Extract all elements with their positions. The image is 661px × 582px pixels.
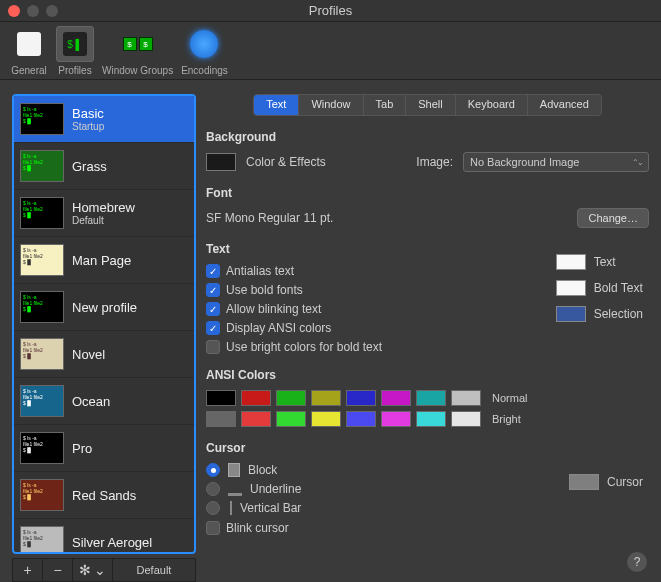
main-pane: TextWindowTabShellKeyboardAdvanced Backg… (206, 94, 649, 582)
color-effects-label: Color & Effects (246, 155, 326, 169)
change-font-button[interactable]: Change… (577, 208, 649, 228)
ansi-bright-4[interactable] (346, 411, 376, 427)
profile-thumbnail: $ ls -afile1 file2$ █ (20, 197, 64, 229)
titlebar: Profiles (0, 0, 661, 22)
add-profile-button[interactable]: + (13, 559, 43, 581)
profile-item-novel[interactable]: $ ls -afile1 file2$ █Novel (14, 331, 194, 378)
profile-thumbnail: $ ls -afile1 file2$ █ (20, 338, 64, 370)
profiles-list[interactable]: $ ls -afile1 file2$ █BasicStartup$ ls -a… (12, 94, 196, 554)
profile-thumbnail: $ ls -afile1 file2$ █ (20, 432, 64, 464)
ansi-bright-6[interactable] (416, 411, 446, 427)
profile-actions-menu[interactable]: ✻ ⌄ (73, 559, 113, 581)
ansi-normal-6[interactable] (416, 390, 446, 406)
zoom-window[interactable] (46, 5, 58, 17)
cursor-radio-block[interactable] (206, 463, 220, 477)
profile-thumbnail: $ ls -afile1 file2$ █ (20, 291, 64, 323)
profile-thumbnail: $ ls -afile1 file2$ █ (20, 385, 64, 417)
background-color-well[interactable] (206, 153, 236, 171)
selection-color-well[interactable] (556, 306, 586, 322)
blink-cursor-checkbox[interactable] (206, 521, 220, 535)
cursor-color-well[interactable] (569, 474, 599, 490)
close-window[interactable] (8, 5, 20, 17)
cursor-radio-underline[interactable] (206, 482, 220, 496)
ansi-bright-5[interactable] (381, 411, 411, 427)
profile-thumbnail: $ ls -afile1 file2$ █ (20, 526, 64, 554)
help-button[interactable]: ? (627, 552, 647, 572)
general-icon (17, 32, 41, 56)
ansi-normal-0[interactable] (206, 390, 236, 406)
minimize-window[interactable] (27, 5, 39, 17)
set-default-button[interactable]: Default (113, 559, 195, 581)
window-title: Profiles (309, 3, 352, 18)
background-section: Background Color & Effects Image: No Bac… (206, 130, 649, 172)
bold-text-color-well[interactable] (556, 280, 586, 296)
profile-thumbnail: $ ls -afile1 file2$ █ (20, 103, 64, 135)
profiles-sidebar: $ ls -afile1 file2$ █BasicStartup$ ls -a… (12, 94, 196, 582)
font-description: SF Mono Regular 11 pt. (206, 211, 333, 225)
traffic-lights (8, 5, 58, 17)
profile-item-basic[interactable]: $ ls -afile1 file2$ █BasicStartup (14, 96, 194, 143)
background-image-popup[interactable]: No Background Image (463, 152, 649, 172)
text-check-4[interactable] (206, 340, 220, 354)
profile-item-ocean[interactable]: $ ls -afile1 file2$ █Ocean (14, 378, 194, 425)
profile-thumbnail: $ ls -afile1 file2$ █ (20, 150, 64, 182)
toolbar-general[interactable]: General (10, 26, 48, 79)
ansi-normal-3[interactable] (311, 390, 341, 406)
tab-window[interactable]: Window (299, 95, 363, 115)
ansi-normal-2[interactable] (276, 390, 306, 406)
window-groups-icon: $$ (123, 37, 153, 51)
ansi-normal-7[interactable] (451, 390, 481, 406)
tab-bar: TextWindowTabShellKeyboardAdvanced (206, 94, 649, 116)
text-check-2[interactable]: ✓ (206, 302, 220, 316)
profiles-icon: $ ▌ (63, 32, 87, 56)
toolbar: General $ ▌ Profiles $$ Window Groups En… (0, 22, 661, 80)
text-color-well[interactable] (556, 254, 586, 270)
tab-advanced[interactable]: Advanced (528, 95, 601, 115)
image-label: Image: (416, 155, 453, 169)
ansi-bright-7[interactable] (451, 411, 481, 427)
ansi-normal-1[interactable] (241, 390, 271, 406)
profile-item-red-sands[interactable]: $ ls -afile1 file2$ █Red Sands (14, 472, 194, 519)
tab-shell[interactable]: Shell (406, 95, 455, 115)
profile-item-homebrew[interactable]: $ ls -afile1 file2$ █HomebrewDefault (14, 190, 194, 237)
cursor-radio-bar[interactable] (206, 501, 220, 515)
text-samples: Text Bold Text Selection (556, 254, 643, 322)
blink-cursor-label: Blink cursor (226, 521, 289, 535)
font-section: Font SF Mono Regular 11 pt. Change… (206, 186, 649, 228)
ansi-bright-3[interactable] (311, 411, 341, 427)
text-check-0[interactable]: ✓ (206, 264, 220, 278)
profile-thumbnail: $ ls -afile1 file2$ █ (20, 244, 64, 276)
ansi-bright-2[interactable] (276, 411, 306, 427)
text-check-1[interactable]: ✓ (206, 283, 220, 297)
text-check-3[interactable]: ✓ (206, 321, 220, 335)
profile-item-new-profile[interactable]: $ ls -afile1 file2$ █New profile (14, 284, 194, 331)
toolbar-encodings[interactable]: Encodings (181, 26, 228, 79)
toolbar-window-groups[interactable]: $$ Window Groups (102, 26, 173, 79)
remove-profile-button[interactable]: − (43, 559, 73, 581)
profile-item-silver-aerogel[interactable]: $ ls -afile1 file2$ █Silver Aerogel (14, 519, 194, 554)
tab-keyboard[interactable]: Keyboard (456, 95, 528, 115)
ansi-bright-0[interactable] (206, 411, 236, 427)
tab-tab[interactable]: Tab (364, 95, 407, 115)
ansi-normal-4[interactable] (346, 390, 376, 406)
tab-text[interactable]: Text (254, 95, 299, 115)
ansi-section: ANSI Colors NormalBright (206, 368, 649, 427)
globe-icon (190, 30, 218, 58)
sidebar-bottom-bar: + − ✻ ⌄ Default (12, 558, 196, 582)
toolbar-profiles[interactable]: $ ▌ Profiles (56, 26, 94, 79)
ansi-normal-5[interactable] (381, 390, 411, 406)
profile-item-pro[interactable]: $ ls -afile1 file2$ █Pro (14, 425, 194, 472)
profile-thumbnail: $ ls -afile1 file2$ █ (20, 479, 64, 511)
ansi-bright-1[interactable] (241, 411, 271, 427)
profile-item-man-page[interactable]: $ ls -afile1 file2$ █Man Page (14, 237, 194, 284)
profile-item-grass[interactable]: $ ls -afile1 file2$ █Grass (14, 143, 194, 190)
